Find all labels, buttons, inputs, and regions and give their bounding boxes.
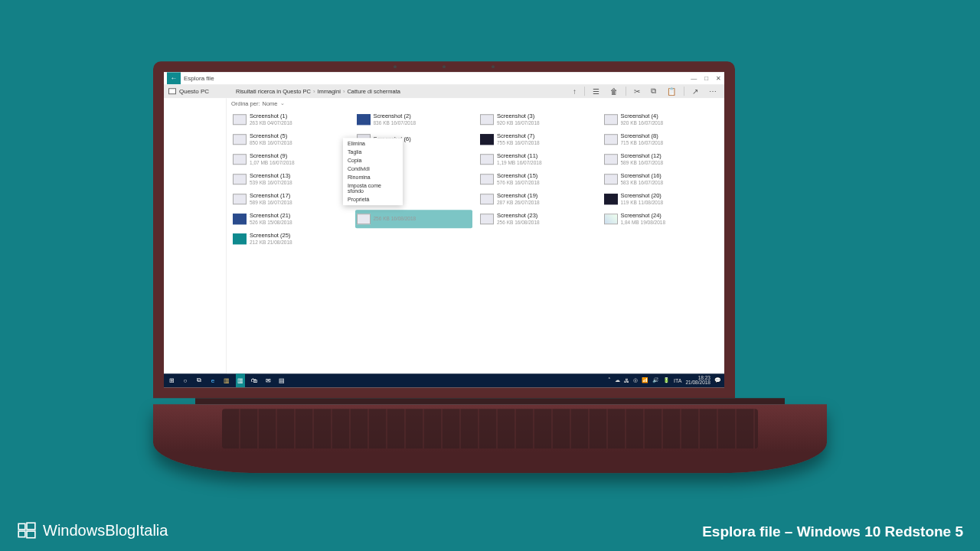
- explorer-icon[interactable]: ▥: [222, 377, 231, 384]
- file-item[interactable]: Screenshot (13) 539 KB 16/07/2018: [231, 170, 349, 188]
- file-item[interactable]: Screenshot (2) 836 KB 16/07/2018: [355, 110, 473, 129]
- file-meta: 1,19 MB 16/07/2018: [497, 160, 542, 165]
- file-item[interactable]: Screenshot (21) 526 KB 15/08/2018: [231, 210, 349, 228]
- file-item[interactable]: Screenshot (16) 583 KB 16/07/2018: [603, 170, 720, 188]
- share-icon[interactable]: ↗: [689, 87, 701, 96]
- file-name: Screenshot (12): [621, 154, 664, 160]
- language-indicator[interactable]: ITA: [674, 378, 681, 383]
- file-thumbnail: [233, 214, 247, 224]
- svg-rect-3: [27, 531, 35, 538]
- laptop-mockup: ← Esplora file — □ ✕ Questo PC Risultati…: [153, 61, 827, 473]
- file-meta: 212 KB 21/08/2018: [250, 240, 292, 245]
- context-menu-item[interactable]: Rinomina: [343, 173, 403, 181]
- file-item[interactable]: Screenshot (20) 119 KB 11/08/2018: [603, 190, 720, 208]
- file-item[interactable]: Screenshot (19) 287 KB 26/07/2018: [479, 190, 596, 208]
- paste-icon[interactable]: 📋: [664, 87, 679, 96]
- file-name: Screenshot (8): [621, 134, 664, 140]
- svg-rect-1: [27, 523, 35, 530]
- file-item[interactable]: Screenshot (8) 715 KB 16/07/2018: [603, 130, 720, 148]
- file-name: Screenshot (3): [497, 114, 540, 120]
- toolbar: Questo PC Risultati ricerca in Questo PC…: [164, 84, 724, 98]
- breadcrumb[interactable]: Risultati ricerca in Questo PC› Immagini…: [236, 88, 400, 95]
- store-icon[interactable]: 🛍: [250, 377, 259, 384]
- close-button[interactable]: ✕: [716, 75, 721, 82]
- context-menu-item[interactable]: Imposta come sfondo: [343, 181, 403, 195]
- svg-rect-0: [18, 523, 25, 530]
- file-item[interactable]: Screenshot (1) 263 KB 04/07/2018: [231, 110, 349, 129]
- file-thumbnail: [357, 114, 371, 125]
- taskbar: ⊞ ○ ⧉ e ▥ ▥ 🛍 ✉ ▤ ˄ ☁ 🖧 ◎ 📶 🔊 🔋 I: [164, 373, 724, 387]
- battery-icon[interactable]: 🔋: [663, 377, 670, 383]
- file-item[interactable]: Screenshot (11) 1,19 MB 16/07/2018: [479, 150, 596, 168]
- tray-chevron-icon[interactable]: ˄: [608, 377, 611, 383]
- file-thumbnail: [480, 114, 494, 125]
- file-item[interactable]: Screenshot (25) 212 KB 21/08/2018: [231, 230, 349, 248]
- sidebar-current[interactable]: Questo PC: [179, 88, 209, 95]
- volume-icon[interactable]: 🔊: [652, 377, 659, 383]
- file-item[interactable]: Screenshot (7) 755 KB 16/07/2018: [479, 130, 596, 148]
- file-item[interactable]: Screenshot (23) 256 KB 16/08/2018: [479, 210, 596, 228]
- edge-icon[interactable]: e: [208, 377, 217, 384]
- file-meta: 539 KB 16/07/2018: [250, 180, 292, 185]
- context-menu-item[interactable]: Elimina: [343, 139, 403, 148]
- network-icon[interactable]: 🖧: [624, 378, 629, 383]
- location-icon[interactable]: ◎: [633, 377, 638, 383]
- file-item[interactable]: Screenshot (15) 576 KB 16/07/2018: [479, 170, 596, 188]
- cortana-icon[interactable]: ○: [181, 377, 190, 384]
- file-item[interactable]: Screenshot (24) 1,84 MB 19/08/2018: [603, 210, 720, 228]
- file-name: Screenshot (13): [250, 174, 292, 180]
- chevron-down-icon: ⌄: [280, 100, 285, 106]
- file-meta: 576 KB 16/07/2018: [497, 180, 540, 185]
- file-item[interactable]: Screenshot (5) 850 KB 16/07/2018: [231, 130, 349, 148]
- minimize-button[interactable]: —: [691, 75, 697, 82]
- more-icon[interactable]: ⋯: [706, 87, 720, 96]
- file-name: Screenshot (2): [374, 114, 416, 120]
- file-name: Screenshot (9): [250, 154, 295, 160]
- file-meta: 263 KB 04/07/2018: [250, 120, 292, 126]
- system-tray[interactable]: ˄ ☁ 🖧 ◎ 📶 🔊 🔋 ITA 18:23 21/08/2018 💬: [608, 376, 721, 386]
- taskview-icon[interactable]: ⧉: [194, 377, 204, 384]
- file-item[interactable]: Screenshot (9) 1,07 MB 16/07/2018: [231, 150, 349, 168]
- file-name: Screenshot (5): [250, 134, 292, 140]
- app-icon[interactable]: ▤: [277, 377, 286, 384]
- mail-icon[interactable]: ✉: [263, 377, 273, 384]
- file-meta: 583 KB 16/07/2018: [621, 180, 664, 185]
- context-menu-item[interactable]: Proprietà: [343, 195, 403, 204]
- delete-icon[interactable]: 🗑: [607, 87, 621, 96]
- file-item[interactable]: Screenshot (12) 589 KB 16/07/2018: [603, 150, 720, 168]
- onedrive-icon[interactable]: ☁: [615, 377, 620, 383]
- file-grid: Screenshot (1) 263 KB 04/07/2018 Screens…: [227, 109, 724, 373]
- file-meta: 287 KB 26/07/2018: [497, 200, 540, 205]
- file-meta: 1,07 MB 16/07/2018: [250, 160, 295, 165]
- notifications-icon[interactable]: 💬: [714, 377, 721, 383]
- file-item[interactable]: 256 KB 16/08/2018: [355, 210, 473, 228]
- file-name: Screenshot (17): [250, 194, 292, 200]
- file-meta: 920 KB 16/07/2018: [621, 120, 664, 126]
- file-meta: 836 KB 16/07/2018: [374, 120, 416, 126]
- sidebar[interactable]: [164, 98, 227, 373]
- file-thumbnail: [604, 154, 618, 165]
- svg-rect-2: [18, 531, 25, 537]
- context-menu-item[interactable]: Taglia: [343, 148, 403, 156]
- wifi-icon[interactable]: 📶: [642, 377, 648, 383]
- context-menu-item[interactable]: Copia: [343, 156, 403, 165]
- file-thumbnail: [480, 154, 494, 165]
- start-button[interactable]: ⊞: [167, 377, 176, 384]
- window-title: Esplora file: [184, 75, 691, 82]
- file-item[interactable]: Screenshot (17) 589 KB 16/07/2018: [231, 190, 349, 208]
- maximize-button[interactable]: □: [704, 75, 708, 82]
- active-app-icon[interactable]: ▥: [236, 373, 245, 387]
- copy-icon[interactable]: ⧉: [648, 86, 659, 96]
- titlebar: ← Esplora file — □ ✕: [164, 72, 724, 84]
- sort-bar[interactable]: Ordina per: Nome ⌄: [227, 98, 724, 109]
- context-menu-item[interactable]: Condividi: [343, 165, 403, 173]
- file-item[interactable]: Screenshot (4) 920 KB 16/07/2018: [603, 110, 720, 129]
- view-list-icon[interactable]: ☰: [590, 87, 603, 96]
- context-menu: EliminaTagliaCopiaCondividiRinominaImpos…: [343, 138, 403, 205]
- up-icon[interactable]: ↑: [570, 87, 580, 96]
- cut-icon[interactable]: ✂: [631, 87, 643, 96]
- clock[interactable]: 18:23 21/08/2018: [685, 376, 710, 386]
- back-button[interactable]: ←: [167, 72, 181, 84]
- file-name: Screenshot (19): [497, 194, 540, 200]
- file-item[interactable]: Screenshot (3) 920 KB 16/07/2018: [479, 110, 596, 129]
